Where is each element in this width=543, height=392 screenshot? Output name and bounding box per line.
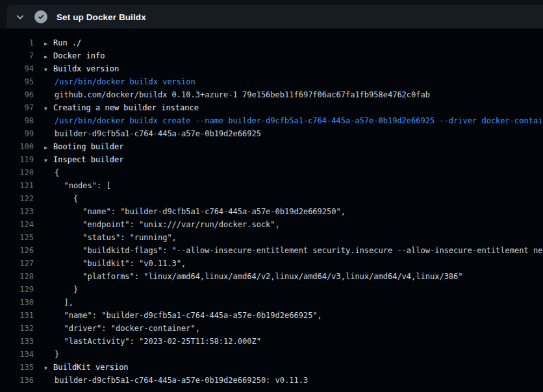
log-text: Buildx version — [53, 64, 119, 73]
expand-arrow-icon[interactable]: ▶ — [44, 51, 53, 64]
chevron-down-icon[interactable] — [16, 12, 25, 21]
log-line: 129 } — [0, 283, 543, 296]
line-number-link[interactable]: 124 — [0, 218, 34, 231]
collapse-arrow-icon[interactable]: ▼ — [44, 154, 53, 167]
line-number-link[interactable]: 122 — [0, 192, 34, 205]
line-number-link[interactable]: 133 — [0, 335, 34, 348]
log-line: 134} — [0, 348, 543, 361]
line-number-link[interactable]: 129 — [0, 283, 34, 296]
log-text: "driver": "docker-container", — [55, 324, 200, 333]
line-number-link[interactable]: 134 — [0, 348, 34, 361]
log-group-line: 7▶Docker info — [0, 49, 543, 62]
line-number-link[interactable]: 95 — [0, 75, 34, 88]
line-number-link[interactable]: 7 — [0, 49, 34, 62]
collapse-arrow-icon[interactable]: ▼ — [44, 103, 53, 116]
log-text: Booting builder — [53, 142, 123, 151]
log-group-toggle[interactable]: ▶Run ./ — [44, 36, 81, 49]
log-text-cell: "endpoint": "unix:///var/run/docker.sock… — [44, 218, 280, 231]
collapse-arrow-icon[interactable]: ▼ — [44, 64, 53, 77]
expand-arrow-icon[interactable]: ▶ — [44, 38, 53, 51]
log-group-toggle[interactable]: ▼Buildx version — [44, 62, 119, 75]
line-number-link[interactable]: 1 — [0, 36, 34, 49]
log-text-cell: github.com/docker/buildx 0.10.3+azure-1 … — [44, 88, 430, 101]
log-text: { — [55, 168, 59, 177]
line-number-link[interactable]: 120 — [0, 166, 34, 179]
log-text-cell: builder-d9cfb5a1-c764-445a-a57e-0b19d2e6… — [44, 127, 261, 140]
line-number-link[interactable]: 130 — [0, 296, 34, 309]
line-number-link[interactable]: 127 — [0, 257, 34, 270]
log-text: } — [55, 350, 59, 359]
log-line: 128 "platforms": "linux/amd64,linux/amd6… — [0, 270, 543, 283]
line-number-link[interactable]: 98 — [0, 114, 34, 127]
log-line: 127 "buildkit": "v0.11.3", — [0, 257, 543, 270]
log-text: "name": "builder-d9cfb5a1-c764-445a-a57e… — [55, 311, 322, 320]
log-text-cell: "status": "running", — [44, 231, 177, 244]
step-header[interactable]: Set up Docker Buildx — [6, 5, 543, 29]
log-text: "lastActivity": "2023-02-25T11:58:12.000… — [55, 337, 261, 346]
log-text-cell: /usr/bin/docker buildx create --name bui… — [44, 114, 543, 127]
line-number-link[interactable]: 119 — [0, 153, 34, 166]
log-text-cell: "driver": "docker-container", — [44, 322, 200, 335]
log-text-cell: /usr/bin/docker buildx version — [44, 75, 196, 88]
log-group-toggle[interactable]: ▶Docker info — [44, 49, 105, 62]
line-number-link[interactable]: 94 — [0, 62, 34, 75]
actions-log-viewer: Set up Docker Buildx 1▶Run ./7▶Docker in… — [0, 0, 543, 387]
log-text: builder-d9cfb5a1-c764-445a-a57e-0b19d2e6… — [55, 376, 308, 385]
log-text: "buildkit": "v0.11.3", — [55, 259, 186, 268]
line-number-link[interactable]: 121 — [0, 179, 34, 192]
line-number-link[interactable]: 136 — [0, 374, 34, 387]
line-number-link[interactable]: 128 — [0, 270, 34, 283]
log-text: "status": "running", — [55, 233, 177, 242]
log-group-line: 1▶Run ./ — [0, 36, 543, 49]
line-number-link[interactable]: 135 — [0, 361, 34, 374]
log-line: 126 "buildkitd-flags": "--allow-insecure… — [0, 244, 543, 257]
log-text: } — [55, 285, 78, 294]
log-group-toggle[interactable]: ▶Booting builder — [44, 140, 123, 153]
line-number-link[interactable]: 100 — [0, 140, 34, 153]
line-number-link[interactable]: 125 — [0, 231, 34, 244]
log-text: Inspect builder — [53, 155, 123, 164]
line-number-link[interactable]: 97 — [0, 101, 34, 114]
log-group-toggle[interactable]: ▼Inspect builder — [44, 153, 123, 166]
log-line: 136builder-d9cfb5a1-c764-445a-a57e-0b19d… — [0, 374, 543, 387]
log-text: "endpoint": "unix:///var/run/docker.sock… — [55, 220, 280, 229]
log-group-toggle[interactable]: ▼BuildKit version — [44, 361, 129, 374]
log-line: 121 "nodes": [ — [0, 179, 543, 192]
log-text: Run ./ — [53, 38, 81, 47]
log-line: 124 "endpoint": "unix:///var/run/docker.… — [0, 218, 543, 231]
log-line: 131 "name": "builder-d9cfb5a1-c764-445a-… — [0, 309, 543, 322]
log-text: "platforms": "linux/amd64,linux/amd64/v2… — [55, 272, 463, 281]
collapse-arrow-icon[interactable]: ▼ — [44, 362, 53, 375]
log-group-line: 94▼Buildx version — [0, 62, 543, 75]
line-number-link[interactable]: 123 — [0, 205, 34, 218]
log-group-toggle[interactable]: ▼Creating a new builder instance — [44, 101, 199, 114]
log-text-cell: { — [44, 192, 78, 205]
log-line: 133 "lastActivity": "2023-02-25T11:58:12… — [0, 335, 543, 348]
line-number-link[interactable]: 96 — [0, 88, 34, 101]
log-text-cell: "nodes": [ — [44, 179, 111, 192]
log-content: 1▶Run ./7▶Docker info94▼Buildx version95… — [0, 29, 543, 387]
check-circle-icon — [34, 10, 47, 23]
log-line: 96github.com/docker/buildx 0.10.3+azure-… — [0, 88, 543, 101]
line-number-link[interactable]: 99 — [0, 127, 34, 140]
log-line: 132 "driver": "docker-container", — [0, 322, 543, 335]
line-number-link[interactable]: 131 — [0, 309, 34, 322]
line-number-link[interactable]: 132 — [0, 322, 34, 335]
log-group-line: 119▼Inspect builder — [0, 153, 543, 166]
log-text: builder-d9cfb5a1-c764-445a-a57e-0b19d2e6… — [55, 129, 261, 138]
log-line: 99builder-d9cfb5a1-c764-445a-a57e-0b19d2… — [0, 127, 543, 140]
log-line: 95/usr/bin/docker buildx version — [0, 75, 543, 88]
log-text-cell: "name": "builder-d9cfb5a1-c764-445a-a57e… — [44, 309, 322, 322]
expand-arrow-icon[interactable]: ▶ — [44, 141, 53, 154]
log-text: github.com/docker/buildx 0.10.3+azure-1 … — [55, 90, 430, 99]
log-text-cell: "buildkitd-flags": "--allow-insecure-ent… — [44, 244, 543, 257]
log-text: ], — [55, 298, 73, 307]
log-text: { — [55, 194, 78, 203]
log-line: 125 "status": "running", — [0, 231, 543, 244]
log-text-cell: ], — [44, 296, 73, 309]
line-number-link[interactable]: 126 — [0, 244, 34, 257]
log-text-cell: "name": "builder-d9cfb5a1-c764-445a-a57e… — [44, 205, 346, 218]
log-text-cell: } — [44, 348, 59, 361]
log-text: "buildkitd-flags": "--allow-insecure-ent… — [55, 246, 543, 255]
step-title: Set up Docker Buildx — [57, 12, 146, 22]
